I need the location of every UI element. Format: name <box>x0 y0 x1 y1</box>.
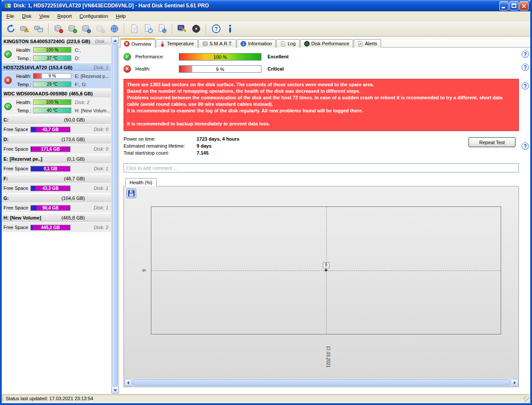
performance-rating: Excellent <box>268 54 288 59</box>
menu-help[interactable]: Help <box>112 12 130 20</box>
refresh-icon[interactable] <box>4 22 17 35</box>
help-icon-test[interactable]: ? <box>522 142 529 150</box>
disk-number: Disk: 0 <box>94 146 111 152</box>
disk-number: Disk: 1 <box>94 166 111 171</box>
error-icon: × <box>124 41 130 47</box>
partition-letter: G: <box>3 196 9 201</box>
health-row: × Health: 9 % Critical <box>124 63 519 74</box>
stats-section: Power on time:1723 days, 4 hours Estimat… <box>124 135 519 159</box>
disk-test-green-icon[interactable] <box>66 22 79 35</box>
information-icon[interactable] <box>224 22 237 35</box>
svg-text:?: ? <box>214 26 217 32</box>
scroll-right-button[interactable] <box>511 379 518 386</box>
alerts-icon <box>358 41 363 47</box>
partition-item-h[interactable]: H: [New Volume] (465,8 GB) Free Space 44… <box>2 213 111 232</box>
warning-line: Problems occurred between the communicat… <box>127 94 515 108</box>
tab-label: Temperature <box>167 41 194 46</box>
disk-item-wdc[interactable]: WDC WD5000AADS-00S9B0 (465,8 GB) ✓ Healt… <box>2 89 111 115</box>
health-gauge: 9 % <box>179 65 261 73</box>
disk-number: Disk: 1 <box>94 186 111 191</box>
temp-meter: 29 °C <box>33 81 71 87</box>
resize-grip[interactable] <box>523 396 529 402</box>
report-web-icon[interactable] <box>156 22 169 35</box>
drive-letters: F:, G: <box>75 82 111 87</box>
partition-item-e[interactable]: E: [Rezervat pe..] (0,1 GB) Free Space 0… <box>2 155 111 173</box>
minimize-button[interactable] <box>499 1 509 10</box>
disk-item-hds722516-selected[interactable]: HDS722516VLAT20 (153,4 GB) Disk: 1 × Hea… <box>2 63 111 88</box>
world-icon[interactable] <box>108 22 121 35</box>
data-point-label: 9 <box>323 262 330 268</box>
health-label: Health: <box>14 47 33 53</box>
menu-configuration[interactable]: Configuration <box>76 12 112 20</box>
tab-alerts[interactable]: Alerts <box>354 39 381 47</box>
tab-log[interactable]: Log <box>276 39 299 47</box>
save-chart-button[interactable] <box>127 189 136 198</box>
tab-label: S.M.A.R.T. <box>210 41 233 46</box>
surface-test-icon[interactable] <box>176 22 189 35</box>
scroll-thumb[interactable] <box>132 379 510 386</box>
partition-item-c[interactable]: C: (50,0 GB) Free Space 43,7 GB Disk: 0 <box>2 115 111 134</box>
chart-tab-health[interactable]: Health (%) <box>125 178 157 186</box>
partition-item-d[interactable]: D: (173,6 GB) Free Space 171,6 GB Disk: … <box>2 135 111 154</box>
disk-name: WDC WD5000AADS-00S9B0 <box>3 91 67 96</box>
disk-media-icon[interactable] <box>190 22 203 35</box>
partition-item-g[interactable]: G: (104,6 GB) Free Space 90,4 GB Disk: 1 <box>2 194 111 213</box>
status-ok-icon: ✓ <box>4 103 12 110</box>
scroll-down-button[interactable] <box>111 386 119 394</box>
drive-letters: E: [Rezervat p... <box>75 74 111 79</box>
tab-label: Disk Performance <box>311 41 349 46</box>
tab-disk-performance[interactable]: Disk Performance <box>300 39 353 47</box>
sidebar-scrollbar[interactable] <box>111 37 118 394</box>
free-space-bar: 445,2 GB <box>30 225 70 230</box>
disk-number: Disk... <box>95 39 109 44</box>
help-icon-warning[interactable]: ? <box>522 82 529 90</box>
chart-plot-area[interactable]: 9 <box>151 206 501 334</box>
partition-letter: C: <box>3 117 9 122</box>
scroll-left-button[interactable] <box>124 379 132 386</box>
partition-size: (0,1 GB) <box>67 156 85 162</box>
report-document-icon[interactable] <box>128 22 141 35</box>
disk-test-blue-icon[interactable] <box>80 22 93 35</box>
tab-overview[interactable]: × Overview <box>120 38 155 48</box>
menu-report[interactable]: Report <box>54 12 76 20</box>
tab-smart[interactable]: S.M.A.R.T. <box>198 39 237 47</box>
scroll-up-button[interactable] <box>111 37 119 44</box>
disk-warning-icon[interactable] <box>18 22 31 35</box>
warning-line: It is recommended to examine the log of … <box>127 108 515 114</box>
report-refresh-icon[interactable] <box>142 22 155 35</box>
health-label: Health: <box>14 74 33 79</box>
free-space-label: Free Space <box>3 166 30 171</box>
chart-hscrollbar[interactable] <box>124 379 518 386</box>
partition-letter: E: [Rezervat pe..] <box>3 156 42 162</box>
maximize-button[interactable] <box>509 1 519 10</box>
free-space-label: Free Space <box>3 205 30 210</box>
performance-icon <box>304 41 310 47</box>
tab-information[interactable]: Information <box>237 39 276 47</box>
comment-input[interactable] <box>124 163 519 172</box>
partition-item-f[interactable]: F: (48,7 GB) Free Space 43,3 GB Disk: 1 <box>2 174 111 193</box>
menu-disk[interactable]: Disk <box>18 12 35 20</box>
scroll-track[interactable] <box>111 44 118 386</box>
disk-item-kingston[interactable]: KINGSTON SA400S37240G (223,6 GB) Disk...… <box>2 37 111 62</box>
tab-label: Alerts <box>365 41 377 46</box>
free-space-bar: 90,4 GB <box>30 205 70 211</box>
warning-line: Based on the number of remapping operati… <box>127 88 515 94</box>
help-icon-performance[interactable]: ? <box>522 51 529 58</box>
stat-value: 7.145 <box>197 149 209 156</box>
disk-test-red-icon[interactable] <box>52 22 65 35</box>
tab-temperature[interactable]: Temperature <box>156 39 198 47</box>
scroll-thumb[interactable] <box>112 44 118 386</box>
log-icon <box>280 41 286 47</box>
scroll-track[interactable] <box>132 379 511 386</box>
disk-monitor-icon[interactable] <box>32 22 45 35</box>
menu-file[interactable]: File <box>3 12 18 20</box>
close-button[interactable] <box>519 1 529 10</box>
help-icon[interactable]: ? <box>210 22 223 35</box>
disk-test-disabled-icon[interactable] <box>94 22 107 35</box>
temp-label: Temp.: <box>14 108 33 113</box>
title-bar[interactable]: Disk: 1, HDS722516VLAT20 [VN643ECDD6VNLD… <box>2 0 530 11</box>
help-icon-health[interactable]: ? <box>522 64 529 71</box>
menu-view[interactable]: View <box>35 12 54 20</box>
repeat-test-button[interactable]: Repeat Test <box>468 137 515 147</box>
stat-value: 9 days <box>197 142 211 149</box>
